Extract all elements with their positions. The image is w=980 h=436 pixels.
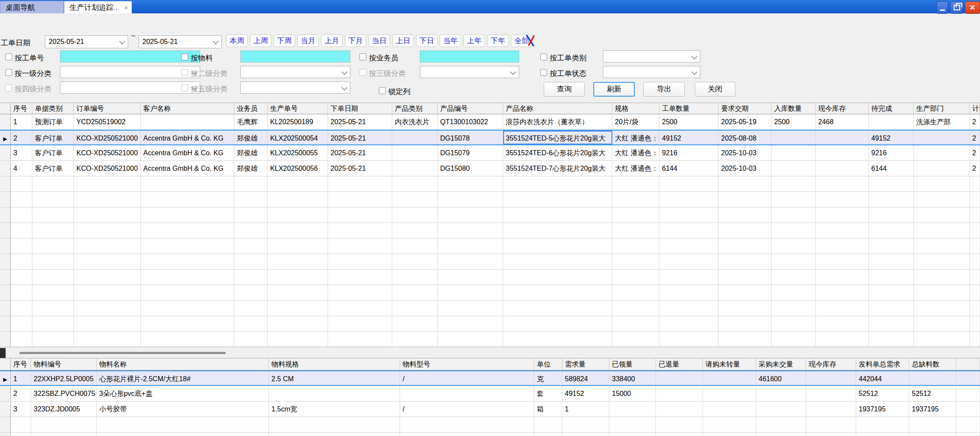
grid-cell[interactable]: 49152 [562,386,609,401]
column-header[interactable]: 需求量 [562,358,609,370]
column-header[interactable]: 生产单号 [268,103,328,114]
grid-cell[interactable]: 3551524TED-6心形花片20g装大 [503,145,612,161]
grid-cell[interactable]: 郑俊雄 [234,161,268,176]
grid-cell[interactable]: 大红 潘通色： [612,131,659,144]
row-selector[interactable] [0,386,11,401]
export-button[interactable]: 导出 [643,82,685,97]
grid-cell[interactable]: 2025-05-19 [718,114,772,130]
grid-cell[interactable] [816,131,869,144]
grid-cell[interactable]: 2025-10-03 [718,161,772,176]
grid-cell[interactable] [806,371,856,385]
grid-cell[interactable] [392,161,438,176]
column-header[interactable]: 待完成 [869,103,914,114]
grid-cell[interactable]: 4 [11,161,32,176]
grid-cell[interactable]: 1 [11,371,31,385]
column-header[interactable]: 序号 [11,103,32,114]
column-header[interactable]: 规格 [612,103,659,114]
quick-range-1[interactable]: 上周 [250,35,271,47]
grid-cell[interactable]: 2500 [659,114,718,130]
grid-cell[interactable] [656,386,703,401]
grid-cell[interactable] [609,401,656,417]
query-button[interactable]: 查询 [544,82,585,97]
date-to-combo[interactable]: 2025-05-21 [139,35,222,48]
table-row[interactable]: 1预测订单YCD250519002毛鹰辉KL2025001892025-05-2… [0,114,980,130]
grid-cell[interactable]: 1937195 [856,401,909,417]
column-header[interactable]: 产品类别 [392,103,438,114]
salesman-input[interactable] [420,50,519,63]
grid-cell[interactable]: 1 [11,114,32,130]
grid-cell[interactable]: 1937195 [909,401,956,417]
grid-cell[interactable] [806,401,856,417]
grid-cell[interactable] [956,371,980,385]
quick-range-2[interactable]: 下周 [274,35,295,47]
tab-desktop-nav[interactable]: 桌面导航 [0,1,64,13]
grid-cell[interactable]: 客户订单 [32,145,74,161]
grid-cell[interactable]: 2025-05-21 [328,114,392,130]
grid-cell[interactable]: YCD250519002 [74,114,141,130]
row-selector[interactable] [0,114,11,130]
chevron-down-icon[interactable] [690,69,698,77]
quick-range-3[interactable]: 当月 [297,35,319,47]
quick-range-9[interactable]: 当年 [440,35,461,47]
clear-filter-icon[interactable] [524,35,536,47]
scrollbar-thumb[interactable] [19,352,226,354]
grid-cell[interactable]: 6144 [869,161,914,176]
column-header[interactable]: 物料型号 [400,358,534,370]
grid-cell[interactable]: KLX202500054 [268,131,328,144]
table-row[interactable]: ▶122XXHP2.5LP0005心形花片裸片-2.5CM/大红18#2.5 C… [0,370,980,386]
grid-cell[interactable]: 1 [562,401,609,417]
grid-cell[interactable]: 52512 [856,386,909,401]
grid-cell[interactable] [392,131,438,144]
column-header[interactable]: 发料单总需求 [856,358,909,370]
grid-cell[interactable] [772,131,816,144]
grid-cell[interactable]: 2025-05-21 [328,131,392,144]
grid-cell[interactable]: 2468 [816,114,869,130]
grid-cell[interactable]: / [400,371,534,385]
column-header[interactable]: 产品名称 [503,103,612,114]
tab-production-tracking[interactable]: 生产计划追踪... × [64,1,132,13]
by-wo-status-checkbox[interactable] [540,69,547,76]
grid-cell[interactable] [806,386,856,401]
grid-cell[interactable]: Accentra GmbH & Co. KG [141,131,234,144]
grid-cell[interactable] [656,371,703,385]
column-header[interactable]: 计 [970,103,980,114]
grid-cell[interactable]: QT1300103022 [438,114,503,130]
column-header[interactable]: 单位 [534,358,562,370]
grid-cell[interactable] [656,401,703,417]
grid-cell[interactable]: 2025-05-21 [328,145,392,161]
chevron-down-icon[interactable] [118,38,126,46]
column-header[interactable]: 采购未交量 [756,358,806,370]
by-salesman-checkbox[interactable] [359,53,366,60]
grid-cell[interactable]: 22XXHP2.5LP0005 [31,371,97,385]
grid-cell[interactable] [869,114,914,130]
column-header[interactable]: 总缺料数 [909,358,956,370]
table-row[interactable]: ▶2客户订单KCO-XD250521000Accentra GmbH & Co.… [0,130,980,145]
grid-cell[interactable]: 52512 [909,386,956,401]
column-header[interactable]: 单据类别 [32,103,74,114]
grid-cell[interactable]: 589824 [562,371,609,385]
grid-cell[interactable]: 3 [11,145,32,161]
grid-cell[interactable]: 客户订单 [32,161,74,176]
grid-cell[interactable]: KCO-XD250521000 [74,161,141,176]
grid-cell[interactable]: 洗涤生产部 [914,114,970,130]
grid-cell[interactable] [914,145,970,161]
grid-cell[interactable] [956,386,980,401]
grid-cell[interactable]: / [400,401,534,417]
row-selector[interactable] [0,145,11,161]
grid-cell[interactable]: 15000 [609,386,656,401]
grid-cell[interactable] [703,371,756,385]
column-header[interactable]: 请购未转量 [703,358,756,370]
column-header[interactable]: 下单日期 [328,103,392,114]
grid-cell[interactable]: 2 [970,161,980,176]
grid-cell[interactable] [956,401,980,417]
wo-status-combo[interactable] [603,66,700,78]
close-panel-button[interactable]: 关闭 [695,82,735,97]
grid-cell[interactable]: 预测订单 [32,114,74,130]
grid-cell[interactable]: DG15079 [438,145,503,161]
grid-cell[interactable]: 1.5cm宽 [269,401,400,417]
column-header[interactable]: 现今库存 [806,358,856,370]
grid-cell[interactable] [703,401,756,417]
row-selector[interactable]: ▶ [0,371,11,385]
by-cat1-checkbox[interactable] [5,69,12,76]
grid-cell[interactable]: 客户订单 [32,131,74,144]
